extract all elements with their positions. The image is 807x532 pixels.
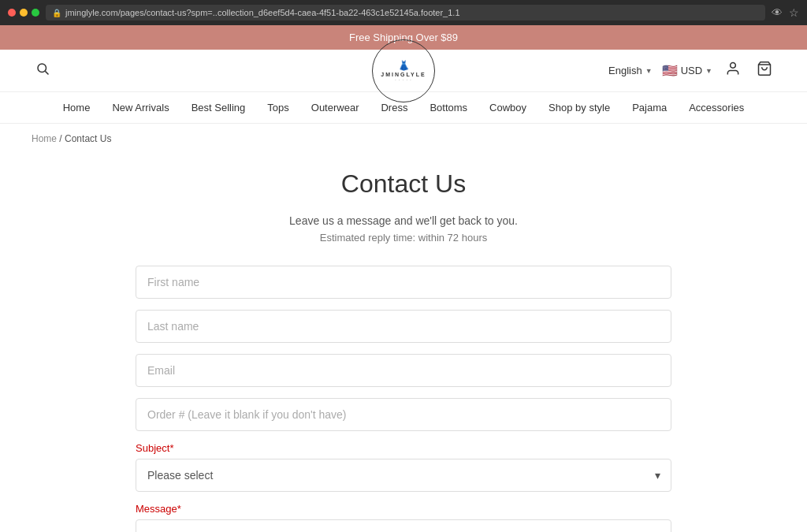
close-window-dot[interactable] — [8, 9, 16, 17]
order-number-input[interactable] — [136, 398, 671, 431]
minimize-window-dot[interactable] — [20, 9, 28, 17]
message-textarea[interactable] — [136, 519, 671, 532]
header-right: English ▼ 🇺🇸 USD ▼ — [608, 58, 775, 84]
subject-label-text: Subject — [136, 442, 169, 454]
nav-item-home[interactable]: Home — [63, 102, 91, 113]
browser-actions: 👁 ☆ — [772, 6, 799, 19]
logo[interactable]: 👗 JMINGLYLE · · · · · — [372, 39, 435, 102]
nav-item-outerwear[interactable]: Outerwear — [311, 102, 359, 113]
svg-line-1 — [45, 71, 48, 74]
logo-icon: 👗 — [398, 60, 410, 71]
page-title: Contact Us — [136, 169, 671, 199]
nav-item-cowboy[interactable]: Cowboy — [489, 102, 526, 113]
contact-form: Subject* Please select Order Issue Retur… — [136, 266, 671, 532]
nav-item-pajama[interactable]: Pajama — [632, 102, 667, 113]
breadcrumb-home[interactable]: Home — [32, 133, 57, 144]
subject-section: Subject* Please select Order Issue Retur… — [136, 442, 671, 492]
eye-slash-icon: 👁 — [772, 6, 783, 19]
header: 👗 JMINGLYLE · · · · · English ▼ 🇺🇸 USD ▼ — [0, 50, 807, 92]
subject-label: Subject* — [136, 442, 671, 454]
lock-icon: 🔒 — [52, 9, 61, 17]
reply-time: Estimated reply time: within 72 hours — [136, 232, 671, 244]
nav-item-dress[interactable]: Dress — [381, 102, 407, 113]
currency-label: USD — [681, 65, 702, 76]
first-name-input[interactable] — [136, 266, 671, 299]
nav-item-tops[interactable]: Tops — [267, 102, 288, 113]
search-button[interactable] — [32, 58, 54, 84]
message-label-text: Message — [136, 503, 177, 515]
subject-select-wrapper: Please select Order Issue Return/Exchang… — [136, 459, 671, 492]
subject-required-mark: * — [169, 442, 173, 454]
browser-chrome: 🔒 jminglyle.com/pages/contact-us?spm=..c… — [0, 0, 807, 25]
window-controls — [8, 9, 39, 17]
currency-selector[interactable]: 🇺🇸 USD ▼ — [662, 63, 712, 78]
address-bar[interactable]: 🔒 jminglyle.com/pages/contact-us?spm=..c… — [46, 5, 765, 20]
star-icon: ☆ — [789, 6, 799, 19]
main-content: Contact Us Leave us a message and we'll … — [104, 154, 703, 532]
message-label: Message* — [136, 503, 671, 515]
nav-item-best-selling[interactable]: Best Selling — [192, 102, 246, 113]
nav-item-bottoms[interactable]: Bottoms — [430, 102, 467, 113]
flag-icon: 🇺🇸 — [662, 63, 678, 78]
nav-item-accessories[interactable]: Accessories — [689, 102, 744, 113]
logo-name: JMINGLYLE — [381, 72, 426, 77]
logo-sub: · · · · · — [395, 77, 412, 82]
message-required-mark: * — [177, 503, 181, 515]
breadcrumb-current: Contact Us — [65, 133, 111, 144]
cart-button[interactable] — [753, 58, 775, 84]
header-left — [32, 58, 54, 84]
email-input[interactable] — [136, 354, 671, 387]
breadcrumb: Home / Contact Us — [0, 124, 807, 154]
search-icon — [35, 61, 50, 76]
account-icon — [725, 61, 741, 76]
account-button[interactable] — [722, 58, 744, 84]
currency-chevron-icon: ▼ — [705, 67, 712, 75]
language-selector[interactable]: English ▼ — [608, 65, 653, 76]
last-name-input[interactable] — [136, 310, 671, 343]
subject-select[interactable]: Please select Order Issue Return/Exchang… — [136, 459, 671, 492]
svg-point-2 — [731, 63, 736, 69]
nav-item-shop-by-style[interactable]: Shop by style — [549, 102, 610, 113]
cart-icon — [757, 61, 772, 76]
logo-circle: 👗 JMINGLYLE · · · · · — [372, 39, 435, 102]
svg-point-0 — [38, 64, 46, 73]
language-chevron-icon: ▼ — [645, 67, 653, 75]
message-section: Message* — [136, 503, 671, 532]
url-text: jminglyle.com/pages/contact-us?spm=..col… — [65, 8, 460, 17]
maximize-window-dot[interactable] — [32, 9, 39, 17]
nav-item-new-arrivals[interactable]: New Arrivals — [112, 102, 169, 113]
page-subtitle: Leave us a message and we'll get back to… — [136, 214, 671, 227]
language-label: English — [608, 65, 642, 76]
